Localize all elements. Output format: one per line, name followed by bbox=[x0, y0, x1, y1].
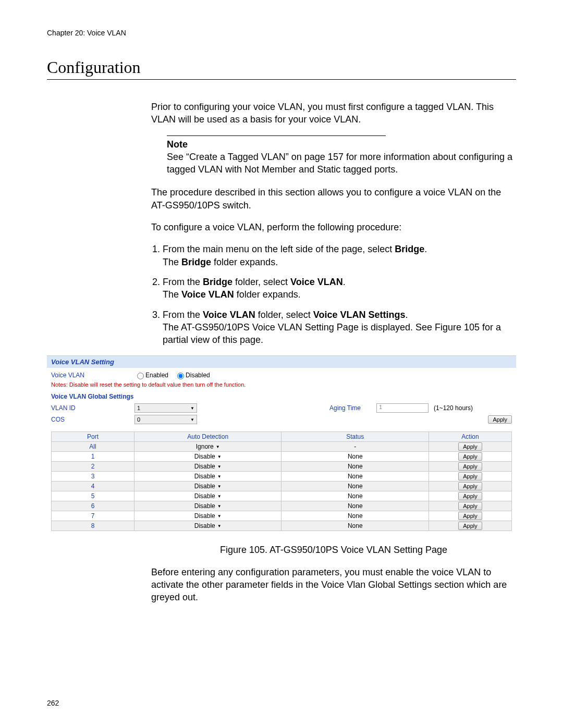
step-1-text-c: . bbox=[424, 244, 427, 254]
auto-detection-cell: Disable ▼ bbox=[134, 482, 282, 491]
row-apply-button[interactable]: Apply bbox=[458, 492, 482, 500]
row-apply-button[interactable]: Apply bbox=[458, 472, 482, 480]
table-row: 4Disable ▼NoneApply bbox=[52, 482, 512, 491]
auto-detection-select[interactable]: Disable ▼ bbox=[194, 463, 222, 470]
auto-detection-select[interactable]: Ignore ▼ bbox=[196, 443, 220, 450]
col-port: Port bbox=[52, 432, 134, 442]
step-2-text-e: . bbox=[343, 277, 346, 287]
row-apply-button[interactable]: Apply bbox=[458, 462, 482, 471]
figure-panel-title: Voice VLAN Setting bbox=[47, 356, 516, 368]
figure-caption: Figure 105. AT-GS950/10PS Voice VLAN Set… bbox=[151, 544, 516, 556]
step-1-bold-bridge2: Bridge bbox=[181, 257, 211, 267]
auto-detection-select[interactable]: Disable ▼ bbox=[194, 473, 222, 480]
auto-detection-cell: Ignore ▼ bbox=[134, 442, 282, 452]
global-settings-title: Voice VLAN Global Settings bbox=[51, 393, 512, 400]
row-apply-button[interactable]: Apply bbox=[458, 512, 482, 520]
step-2-text-h: folder expands. bbox=[234, 289, 301, 300]
cos-select[interactable]: 0 ▼ bbox=[134, 415, 197, 424]
step-2-bold-bridge: Bridge bbox=[203, 277, 232, 287]
chevron-down-icon: ▼ bbox=[217, 514, 222, 519]
chevron-down-icon: ▼ bbox=[216, 445, 220, 449]
status-cell: None bbox=[282, 511, 429, 521]
col-action: Action bbox=[429, 432, 512, 442]
global-apply-button[interactable]: Apply bbox=[488, 415, 512, 424]
port-cell: 6 bbox=[52, 501, 134, 511]
disabled-radio-label: Disabled bbox=[186, 372, 210, 379]
action-cell: Apply bbox=[429, 491, 512, 501]
step-1-text-d: The bbox=[163, 257, 181, 267]
chevron-down-icon: ▼ bbox=[217, 454, 222, 459]
table-row: 6Disable ▼NoneApply bbox=[52, 501, 512, 511]
cos-label: COS bbox=[51, 416, 134, 423]
chevron-down-icon: ▼ bbox=[217, 494, 222, 499]
port-cell: 7 bbox=[52, 511, 134, 521]
status-cell: None bbox=[282, 482, 429, 491]
note-box: Note See “Create a Tagged VLAN” on page … bbox=[167, 135, 516, 176]
auto-detection-select[interactable]: Disable ▼ bbox=[194, 522, 222, 529]
step-3-bold-settings: Voice VLAN Settings bbox=[313, 310, 406, 320]
status-cell: None bbox=[282, 452, 429, 462]
chevron-down-icon: ▼ bbox=[217, 464, 222, 469]
table-row: AllIgnore ▼-Apply bbox=[52, 442, 512, 452]
port-cell: 8 bbox=[52, 521, 134, 531]
chevron-down-icon: ▼ bbox=[217, 484, 222, 489]
chevron-down-icon: ▼ bbox=[217, 504, 222, 509]
auto-detection-select[interactable]: Disable ▼ bbox=[194, 453, 222, 460]
paragraph-2: The procedure described in this section … bbox=[151, 186, 516, 212]
step-2-bold-voicevlan: Voice VLAN bbox=[290, 277, 343, 287]
action-cell: Apply bbox=[429, 452, 512, 462]
status-cell: None bbox=[282, 521, 429, 531]
port-cell: 4 bbox=[52, 482, 134, 491]
cos-value: 0 bbox=[137, 416, 140, 423]
auto-detection-cell: Disable ▼ bbox=[134, 521, 282, 531]
auto-detection-select[interactable]: Disable ▼ bbox=[194, 492, 222, 500]
vlan-id-value: 1 bbox=[137, 405, 140, 411]
closing-paragraph: Before entering any configuration parame… bbox=[151, 566, 516, 604]
status-cell: None bbox=[282, 462, 429, 472]
row-apply-button[interactable]: Apply bbox=[458, 482, 482, 490]
section-title: Configuration bbox=[47, 58, 516, 80]
auto-detection-select[interactable]: Disable ▼ bbox=[194, 512, 222, 520]
auto-detection-select[interactable]: Disable ▼ bbox=[194, 502, 222, 510]
status-cell: None bbox=[282, 491, 429, 501]
row-apply-button[interactable]: Apply bbox=[458, 442, 482, 451]
step-1-bold-bridge: Bridge bbox=[395, 244, 424, 254]
aging-time-input[interactable]: 1 bbox=[376, 403, 429, 413]
port-cell: 3 bbox=[52, 472, 134, 482]
vlan-id-label: VLAN ID bbox=[51, 404, 134, 412]
step-2-text-a: From the bbox=[163, 277, 203, 287]
step-2-text-c: folder, select bbox=[232, 277, 290, 287]
voice-vlan-enabled-radio[interactable]: Enabled bbox=[134, 371, 168, 379]
table-row: 2Disable ▼NoneApply bbox=[52, 462, 512, 472]
status-cell: None bbox=[282, 501, 429, 511]
chapter-header: Chapter 20: Voice VLAN bbox=[47, 29, 516, 37]
port-cell: All bbox=[52, 442, 134, 452]
row-apply-button[interactable]: Apply bbox=[458, 502, 482, 510]
auto-detection-select[interactable]: Disable ▼ bbox=[194, 483, 222, 490]
vlan-id-select[interactable]: 1 ▼ bbox=[134, 403, 197, 413]
col-auto-detection: Auto Detection bbox=[134, 432, 282, 442]
chevron-down-icon: ▼ bbox=[217, 474, 222, 479]
voice-vlan-disabled-radio[interactable]: Disabled bbox=[175, 371, 210, 379]
action-cell: Apply bbox=[429, 521, 512, 531]
table-row: 7Disable ▼NoneApply bbox=[52, 511, 512, 521]
step-1-text-a: From the main menu on the left side of t… bbox=[163, 244, 395, 254]
chevron-down-icon: ▼ bbox=[190, 417, 194, 422]
row-apply-button[interactable]: Apply bbox=[458, 452, 482, 461]
disabled-radio-input[interactable] bbox=[177, 373, 184, 379]
figure-warning-note: Notes: Disable will reset the setting to… bbox=[51, 381, 512, 388]
step-2-bold-voicevlan2: Voice VLAN bbox=[181, 289, 234, 300]
row-apply-button[interactable]: Apply bbox=[458, 522, 482, 530]
intro-paragraph: Prior to configuring your voice VLAN, yo… bbox=[151, 101, 516, 126]
col-status: Status bbox=[282, 432, 429, 442]
status-cell: - bbox=[282, 442, 429, 452]
auto-detection-cell: Disable ▼ bbox=[134, 511, 282, 521]
table-row: 8Disable ▼NoneApply bbox=[52, 521, 512, 531]
step-3: From the Voice VLAN folder, select Voice… bbox=[163, 309, 516, 347]
port-cell: 5 bbox=[52, 491, 134, 501]
status-cell: None bbox=[282, 472, 429, 482]
table-row: 1Disable ▼NoneApply bbox=[52, 452, 512, 462]
action-cell: Apply bbox=[429, 442, 512, 452]
enabled-radio-input[interactable] bbox=[137, 373, 144, 379]
step-2: From the Bridge folder, select Voice VLA… bbox=[163, 276, 516, 301]
